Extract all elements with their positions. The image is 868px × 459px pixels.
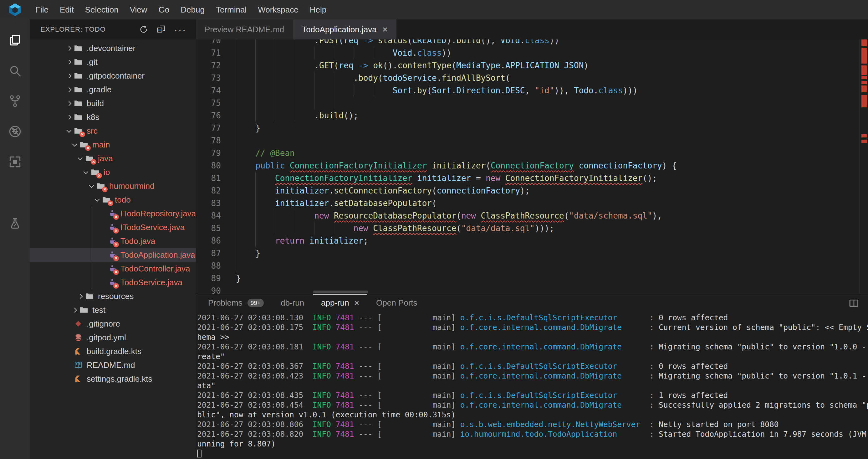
code-token: (	[432, 199, 437, 208]
menu-workspace[interactable]: Workspace	[252, 5, 304, 15]
tree-item-label: io	[103, 168, 110, 177]
tree-item-build-gradle-kts[interactable]: build.gradle.kts	[30, 344, 196, 358]
terminal-segment: INFO	[313, 362, 331, 371]
tree-item-label: TodoApplication.java	[121, 250, 195, 260]
tree-item-build[interactable]: build	[30, 96, 196, 110]
code-line-text: .GET(req -> ok().contentType(MediaType.A…	[236, 59, 589, 72]
code-token: ();	[344, 111, 358, 120]
indent-guide	[236, 172, 236, 184]
line-number: 75	[196, 97, 221, 109]
close-icon[interactable]: ×	[354, 298, 359, 308]
code-token	[427, 161, 432, 170]
files-icon[interactable]	[0, 25, 30, 55]
file-tree: .devcontainer.git.gitpodcontainer.gradle…	[30, 39, 196, 459]
terminal-segment: 2021-06-27 02:03:08.181	[197, 342, 303, 351]
close-icon[interactable]: ×	[382, 24, 388, 35]
code-line-text	[236, 97, 353, 109]
terminal-segment: 2021-06-27 02:03:08.130	[197, 313, 303, 322]
overview-ruler[interactable]	[860, 39, 868, 294]
horizontal-scrollbar[interactable]	[313, 291, 368, 293]
error-badge: ✕	[96, 173, 102, 178]
indent-guide	[295, 72, 295, 84]
search-icon[interactable]	[0, 55, 30, 86]
split-panel-icon[interactable]	[848, 294, 859, 312]
terminal-segment: :	[617, 430, 659, 439]
menu-edit[interactable]: Edit	[54, 5, 80, 15]
tree-item-java[interactable]: ✕java	[30, 151, 196, 165]
panel-tab-app-run[interactable]: app-run×	[313, 294, 368, 312]
line-number: 90	[196, 285, 221, 294]
tree-item-test[interactable]: test	[30, 303, 196, 317]
menu-selection[interactable]: Selection	[80, 5, 124, 15]
menu-file[interactable]: File	[30, 5, 54, 15]
tree-item-todoapplication-java[interactable]: ✕TodoApplication.java	[30, 248, 196, 262]
tree-item-todo[interactable]: ✕todo	[30, 193, 196, 207]
test-flask-icon[interactable]	[0, 208, 30, 238]
tree-item-todocontroller-java[interactable]: ✕TodoController.java	[30, 262, 196, 276]
tree-item-humourmind[interactable]: ✕humourmind	[30, 179, 196, 193]
tree-item-settings-gradle-kts[interactable]: settings.gradle.kts	[30, 372, 196, 386]
menu-terminal[interactable]: Terminal	[210, 5, 252, 15]
menu-go[interactable]: Go	[153, 5, 175, 15]
folder-icon: ✕	[85, 154, 94, 163]
refresh-icon[interactable]	[139, 25, 148, 34]
terminal-segment	[303, 342, 313, 351]
panel-tab-db-run[interactable]: db-run	[272, 294, 313, 312]
code-token: .	[520, 39, 525, 45]
tree-item--gradle[interactable]: .gradle	[30, 83, 196, 96]
panel-tab-problems[interactable]: Problems99+	[199, 294, 272, 312]
menu-view[interactable]: View	[124, 5, 153, 15]
chevron-right-icon	[64, 88, 73, 91]
code-token: ResourceDatabasePopulator	[334, 211, 456, 221]
gitpod-logo-icon[interactable]	[0, 0, 30, 20]
panel-tab-label: app-run	[321, 298, 349, 308]
code-token	[353, 61, 359, 70]
tree-item-label: Todo.java	[121, 236, 155, 246]
tree-item-resources[interactable]: resources	[30, 289, 196, 303]
tree-item-itodoservice-java[interactable]: ✕ITodoService.java	[30, 221, 196, 234]
error-mark	[861, 65, 867, 75]
tree-item-todo-java[interactable]: ✕Todo.java	[30, 234, 196, 248]
indent-guide	[255, 109, 256, 122]
tree-item--git[interactable]: .git	[30, 55, 196, 69]
tree-item-label: ITodoRepository.java	[121, 209, 196, 219]
menu-help[interactable]: Help	[304, 5, 332, 15]
tree-item-main[interactable]: ✕main	[30, 138, 196, 151]
tree-item-todoservice-java[interactable]: ✕TodoService.java	[30, 276, 196, 289]
plugin-icon[interactable]	[0, 146, 30, 177]
indent-guide	[236, 47, 236, 59]
error-mark	[861, 76, 867, 79]
editor-tab-preview-readme-md[interactable]: Preview README.md	[196, 20, 293, 39]
kotlin-file-icon	[73, 347, 83, 356]
code-line-90: 90	[196, 285, 856, 294]
terminal-segment: 7481	[335, 342, 354, 351]
tree-item-io[interactable]: ✕io	[30, 165, 196, 179]
indent-guide	[314, 72, 314, 84]
source-control-icon[interactable]	[0, 86, 30, 116]
tree-item--gitignore[interactable]: .gitignore	[30, 317, 196, 331]
tree-item-readme-md[interactable]: README.md	[30, 358, 196, 372]
code-token: new	[314, 211, 329, 221]
indent-guide	[275, 47, 275, 59]
terminal-segment: o.f.c.i.s.DefaultSqlScriptExecutor	[460, 391, 617, 400]
debug-disabled-icon[interactable]	[0, 116, 30, 146]
code-token: .	[353, 73, 359, 83]
tree-item-itodorepository-java[interactable]: ✕ITodoRepository.java	[30, 207, 196, 221]
panel-tab-open-ports[interactable]: Open Ports	[368, 294, 426, 312]
collapse-all-icon[interactable]	[156, 25, 166, 34]
tree-item--devcontainer[interactable]: .devcontainer	[30, 41, 196, 55]
editor-tab-todoapplication-java[interactable]: TodoApplication.java×	[293, 20, 397, 39]
tree-item-src[interactable]: ✕src	[30, 124, 196, 138]
terminal-segment: --- [ main]	[354, 342, 460, 351]
tree-item-k8s[interactable]: k8s	[30, 110, 196, 124]
more-actions-icon[interactable]: ···	[174, 28, 186, 31]
tree-item--gitpodcontainer[interactable]: .gitpodcontainer	[30, 69, 196, 83]
menu-debug[interactable]: Debug	[175, 5, 210, 15]
tree-item--gitpod-yml[interactable]: .gitpod.yml	[30, 331, 196, 344]
code-line-80: 80 public ConnectionFactoryInitializer i…	[196, 160, 856, 172]
indent-guide	[275, 209, 275, 222]
code-token: .	[500, 86, 505, 95]
indent-guide	[314, 222, 314, 234]
code-token: (	[452, 61, 457, 70]
terminal-segment	[303, 420, 313, 429]
